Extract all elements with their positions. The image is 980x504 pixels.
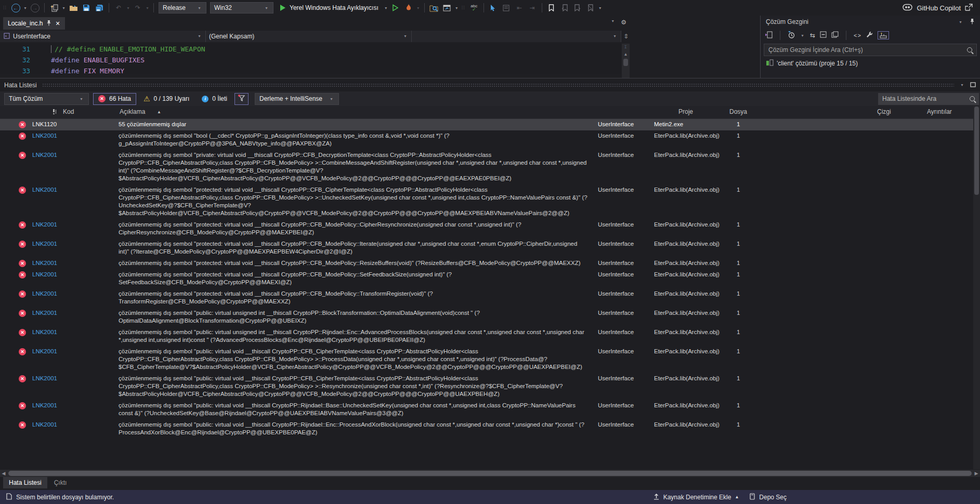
error-code[interactable]: LNK2001 [32, 186, 119, 194]
toggle-bookmark-icon[interactable] [545, 2, 558, 14]
peek-definition-icon[interactable] [500, 2, 513, 14]
wrench-icon[interactable] [866, 31, 873, 39]
error-row[interactable]: ✕LNK2001çözümlenmemiş dış sembol "public… [0, 346, 980, 373]
search-icon[interactable] [970, 96, 975, 101]
error-row[interactable]: ✕LNK2001çözümlenmemiş dış sembol "protec… [0, 219, 980, 238]
nav-member-dropdown[interactable]: ▾ [412, 31, 621, 42]
redo-icon[interactable]: ↷ [132, 2, 144, 14]
toolbar-grip[interactable]: ⁞⁞ [3, 6, 7, 10]
error-code[interactable]: LNK2001 [32, 348, 119, 355]
start-debugging-icon[interactable] [280, 5, 285, 11]
solution-explorer-title-bar[interactable]: Çözüm Gezgini ▾ [761, 16, 980, 28]
save-icon[interactable] [80, 2, 93, 14]
navigate-back-dropdown-icon[interactable]: ▾ [22, 6, 28, 10]
filter-dropdown-icon[interactable]: ▾ [800, 33, 805, 38]
open-folder-icon[interactable] [67, 2, 80, 14]
error-code[interactable]: LNK2001 [32, 259, 119, 267]
switch-views-icon[interactable] [765, 31, 773, 40]
error-code[interactable]: LNK2001 [32, 309, 119, 317]
scroll-left-arrow-icon[interactable]: ◀ [0, 471, 7, 476]
error-code[interactable]: LNK2001 [32, 271, 119, 278]
start-without-debugging-icon[interactable] [389, 2, 402, 14]
severity-column-icon[interactable] [52, 109, 57, 116]
scrollbar-thumb[interactable] [974, 107, 979, 195]
scroll-up-arrow-icon[interactable]: ▲ [624, 52, 628, 57]
horizontal-scrollbar[interactable]: ◀ ▶ [0, 470, 980, 477]
error-row[interactable]: ✕LNK112055 çözümlenmemiş dışlarUserInter… [0, 119, 980, 130]
error-code[interactable]: LNK2001 [32, 221, 119, 229]
pending-changes-filter-icon[interactable] [788, 31, 795, 40]
show-all-code-icon[interactable]: <> [854, 32, 861, 38]
column-header-details[interactable]: Ayrıntılar [927, 108, 952, 115]
error-row[interactable]: ✕LNK2001çözümlenmemiş dış sembol "protec… [0, 288, 980, 308]
undo-icon[interactable]: ↶ [112, 2, 125, 14]
window-position-dropdown-icon[interactable]: ▾ [959, 83, 965, 87]
navigate-forward-icon[interactable]: → [29, 2, 41, 14]
column-header-file[interactable]: Dosya [729, 108, 747, 115]
new-project-icon[interactable]: ✦ [48, 2, 60, 14]
error-row[interactable]: ✕LNK2001çözümlenmemiş dış sembol "public… [0, 400, 980, 419]
undo-dropdown-icon[interactable]: ▾ [125, 6, 131, 10]
spell-check-icon[interactable]: abc✓ [468, 2, 480, 14]
column-header-description[interactable]: Açıklama [120, 108, 145, 115]
preview-selected-items-icon[interactable] [831, 31, 839, 39]
error-code[interactable]: LNK2001 [32, 240, 119, 248]
close-icon[interactable]: ✕ [55, 20, 60, 27]
scope-filter-dropdown[interactable]: Tüm Çözüm ▾ [4, 93, 89, 105]
document-well-dropdown-icon[interactable]: ▾ [610, 19, 616, 26]
debug-target-label[interactable]: Yerel Windows Hata Ayıklayıcısı [290, 4, 378, 11]
collapse-all-icon[interactable] [820, 31, 827, 39]
error-row[interactable]: ✕LNK2001çözümlenmemiş dış sembol "protec… [0, 238, 980, 258]
clear-bookmarks-icon[interactable] [584, 2, 597, 14]
error-code[interactable]: LNK2001 [32, 328, 119, 336]
configuration-dropdown[interactable]: Release ▾ [159, 2, 206, 14]
gear-icon[interactable]: ⚙ [621, 19, 626, 26]
add-to-source-control-button[interactable]: Kaynak Denetimine Ekle ▲ [653, 493, 739, 501]
share-icon[interactable] [965, 4, 973, 12]
error-row[interactable]: ✕LNK2001çözümlenmemiş dış sembol "privat… [0, 150, 980, 184]
error-code[interactable]: LNK2001 [32, 375, 119, 382]
error-code[interactable]: LNK2001 [32, 290, 119, 298]
properties-window-icon[interactable] [878, 31, 889, 39]
error-row[interactable]: ✕LNK2001çözümlenmemiş dış sembol "public… [0, 373, 980, 400]
code-editor[interactable]: 31 // #define ENABLE_EMOTION_HIDE_WEAPON… [0, 44, 622, 74]
search-icon[interactable] [967, 47, 972, 52]
error-row[interactable]: ✕LNK2001çözümlenmemiş dış sembol "protec… [0, 269, 980, 288]
decrease-indent-icon[interactable]: ⇤ [513, 2, 526, 14]
error-row[interactable]: ✕LNK2001çözümlenmemiş dış sembol "bool (… [0, 130, 980, 150]
error-row[interactable]: ✕LNK2001çözümlenmemiş dış sembol "public… [0, 419, 980, 439]
pin-icon[interactable] [970, 18, 975, 26]
new-item-dropdown-icon[interactable]: ▾ [61, 6, 67, 10]
github-copilot-icon[interactable] [903, 4, 912, 12]
error-code[interactable]: LNK2001 [32, 402, 119, 409]
warnings-toggle-button[interactable]: ⚠ 0 / 139 Uyarı [138, 93, 194, 105]
attach-dropdown-icon[interactable]: ▾ [454, 6, 460, 10]
intellisense-cursor-icon[interactable] [487, 2, 500, 14]
attach-to-process-icon[interactable] [441, 2, 453, 14]
error-code[interactable]: LNK2001 [32, 132, 119, 140]
tab-output[interactable]: Çıktı [48, 477, 73, 488]
messages-toggle-button[interactable]: i 0 İleti [197, 93, 232, 105]
pin-icon[interactable] [46, 20, 51, 28]
redo-dropdown-icon[interactable]: ▾ [145, 6, 150, 10]
errors-toggle-button[interactable]: ✕ 66 Hata [93, 93, 136, 105]
document-tab[interactable]: Locale_inc.h ✕ [3, 17, 65, 30]
hot-reload-icon[interactable] [402, 2, 415, 14]
error-code[interactable]: LNK2001 [32, 421, 119, 429]
column-header-project[interactable]: Proje [678, 108, 693, 115]
select-repository-button[interactable]: Depo Seç [749, 493, 787, 501]
debug-target-dropdown-icon[interactable]: ▾ [383, 6, 389, 10]
save-all-icon[interactable] [93, 2, 106, 14]
scroll-right-arrow-icon[interactable]: ▶ [973, 471, 980, 476]
error-list-title-bar[interactable]: Hata Listesi ▾ [0, 78, 980, 91]
solution-explorer-search-input[interactable]: Çözüm Gezgini İçinde Ara (Ctrl+ş) [764, 44, 977, 56]
error-list-vertical-scrollbar[interactable] [973, 105, 980, 469]
previous-bookmark-icon[interactable] [558, 2, 571, 14]
bookmark-dropdown-icon[interactable]: ▾ [597, 6, 603, 10]
nav-scope-dropdown[interactable]: (Genel Kapsam) ▾ [206, 31, 412, 42]
navigate-back-icon[interactable]: ← [9, 2, 22, 14]
scrollbar-splitter-icon[interactable]: ⌶ [624, 45, 627, 50]
platform-dropdown[interactable]: Win32 ▾ [210, 2, 273, 14]
nav-project-dropdown[interactable]: + UserInterface ▾ [0, 31, 206, 42]
editor-vertical-scrollbar[interactable]: ⌶ ▲ [622, 44, 630, 78]
